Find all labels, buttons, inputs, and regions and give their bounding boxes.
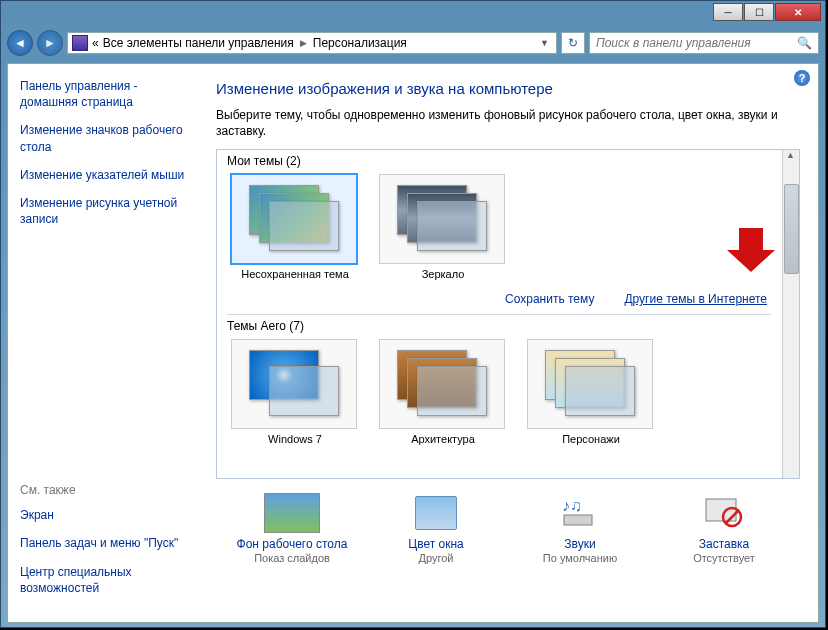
window-color-icon — [408, 493, 464, 533]
theme-thumbnail — [231, 339, 357, 429]
breadcrumb-prefix: « — [92, 36, 99, 50]
setting-label: Звуки — [510, 537, 650, 551]
setting-value: По умолчанию — [510, 552, 650, 564]
setting-value: Другой — [366, 552, 506, 564]
content-area: ? Панель управления - домашняя страница … — [7, 63, 819, 623]
main-panel: Изменение изображения и звука на компьют… — [208, 64, 818, 622]
online-themes-link[interactable]: Другие темы в Интернете — [624, 292, 767, 306]
sidebar-link-taskbar[interactable]: Панель задач и меню "Пуск" — [20, 535, 196, 551]
setting-label: Заставка — [654, 537, 794, 551]
setting-label: Фон рабочего стола — [222, 537, 362, 551]
theme-item-characters[interactable]: Персонажи — [527, 339, 655, 445]
theme-thumbnail — [527, 339, 653, 429]
theme-actions: Сохранить тему Другие темы в Интернете — [217, 288, 781, 314]
theme-label: Несохраненная тема — [231, 268, 359, 280]
scrollbar[interactable]: ▲ — [782, 150, 799, 478]
forward-button[interactable]: ► — [37, 30, 63, 56]
svg-rect-1 — [564, 515, 592, 525]
desktop-background-icon — [264, 493, 320, 533]
screensaver-setting[interactable]: Заставка Отсутствует — [654, 493, 794, 564]
scrollbar-thumb[interactable] — [784, 184, 799, 274]
setting-value: Показ слайдов — [222, 552, 362, 564]
sounds-icon: ♪♫ — [552, 493, 608, 533]
control-panel-home-link[interactable]: Панель управления - домашняя страница — [20, 78, 196, 110]
theme-thumbnail — [379, 339, 505, 429]
save-theme-link[interactable]: Сохранить тему — [505, 292, 594, 306]
setting-value: Отсутствует — [654, 552, 794, 564]
my-themes-header: Мои темы (2) — [227, 154, 771, 168]
theme-item-architecture[interactable]: Архитектура — [379, 339, 507, 445]
aero-themes-group: Темы Aero (7) Windows 7 Архи — [217, 315, 781, 453]
window: ◄ ► « Все элементы панели управления ▶ П… — [0, 0, 826, 628]
sidebar-link-display[interactable]: Экран — [20, 507, 196, 523]
bottom-settings: Фон рабочего стола Показ слайдов Цвет ок… — [216, 493, 800, 564]
theme-thumbnail — [379, 174, 505, 264]
minimize-button[interactable] — [713, 3, 743, 21]
sidebar-link-desktop-icons[interactable]: Изменение значков рабочего стола — [20, 122, 196, 154]
sidebar: Панель управления - домашняя страница Из… — [8, 64, 208, 622]
see-also-header: См. также — [20, 483, 196, 497]
screensaver-icon — [696, 493, 752, 533]
desktop-background-setting[interactable]: Фон рабочего стола Показ слайдов — [222, 493, 362, 564]
chevron-right-icon[interactable]: ▶ — [300, 38, 307, 48]
search-icon[interactable]: 🔍 — [797, 36, 812, 50]
control-panel-icon — [72, 35, 88, 51]
address-bar[interactable]: « Все элементы панели управления ▶ Персо… — [67, 32, 557, 54]
breadcrumb-item[interactable]: Все элементы панели управления — [103, 36, 294, 50]
sidebar-link-account-picture[interactable]: Изменение рисунка учетной записи — [20, 195, 196, 227]
sidebar-link-ease-of-access[interactable]: Центр специальных возможностей — [20, 564, 196, 596]
theme-label: Архитектура — [379, 433, 507, 445]
scroll-up-icon[interactable]: ▲ — [783, 150, 798, 166]
aero-themes-header: Темы Aero (7) — [227, 319, 771, 333]
theme-thumbnail — [231, 174, 357, 264]
theme-label: Зеркало — [379, 268, 507, 280]
setting-label: Цвет окна — [366, 537, 506, 551]
maximize-button[interactable] — [744, 3, 774, 21]
theme-item-mirror[interactable]: Зеркало — [379, 174, 507, 280]
sounds-setting[interactable]: ♪♫ Звуки По умолчанию — [510, 493, 650, 564]
search-box[interactable]: 🔍 — [589, 32, 819, 54]
page-title: Изменение изображения и звука на компьют… — [216, 80, 800, 97]
my-themes-group: Мои темы (2) Несохраненная тема — [217, 150, 781, 288]
search-input[interactable] — [596, 36, 797, 50]
chevron-down-icon[interactable]: ▼ — [537, 38, 552, 48]
back-button[interactable]: ◄ — [7, 30, 33, 56]
themes-pane: Мои темы (2) Несохраненная тема — [216, 149, 800, 479]
svg-text:♪♫: ♪♫ — [562, 497, 582, 514]
sidebar-link-mouse-pointers[interactable]: Изменение указателей мыши — [20, 167, 196, 183]
breadcrumb-item[interactable]: Персонализация — [313, 36, 407, 50]
page-subtitle: Выберите тему, чтобы одновременно измени… — [216, 107, 800, 139]
toolbar: ◄ ► « Все элементы панели управления ▶ П… — [1, 27, 825, 59]
titlebar — [1, 1, 825, 27]
theme-item-windows7[interactable]: Windows 7 — [231, 339, 359, 445]
refresh-button[interactable]: ↻ — [561, 32, 585, 54]
theme-label: Персонажи — [527, 433, 655, 445]
window-color-setting[interactable]: Цвет окна Другой — [366, 493, 506, 564]
theme-label: Windows 7 — [231, 433, 359, 445]
close-button[interactable] — [775, 3, 821, 21]
theme-item-unsaved[interactable]: Несохраненная тема — [231, 174, 359, 280]
help-icon[interactable]: ? — [794, 70, 810, 86]
